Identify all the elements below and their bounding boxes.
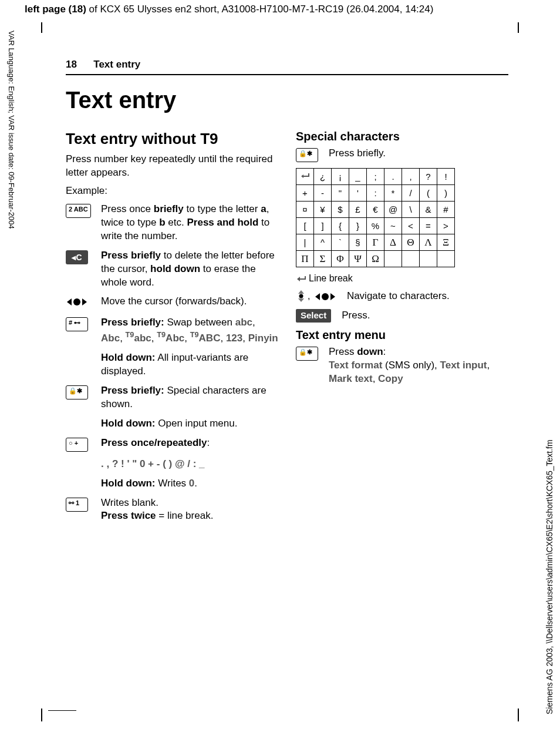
char-cell: ¥ <box>314 202 332 218</box>
key-row: Hold down: All input-variants are displa… <box>66 351 278 378</box>
left-right-icon <box>314 291 336 303</box>
char-cell <box>437 251 455 267</box>
char-cell: " <box>332 185 349 202</box>
svg-point-7 <box>322 293 329 300</box>
char-cell: * <box>384 185 402 202</box>
header-rest: of KCX 65 Ulysses en2 short, A31008-H710… <box>86 4 434 15</box>
char-cell: ( <box>420 185 437 202</box>
keycap-icon: # ⊷ <box>66 317 88 331</box>
char-cell: $ <box>332 202 349 218</box>
char-cell: @ <box>384 202 402 218</box>
char-cell <box>402 251 420 267</box>
char-cell: [ <box>296 218 314 234</box>
row-star-brief: 🔒✱ Press briefly. <box>296 147 508 162</box>
key-row: ○ +Press once/repeatedly: <box>66 436 278 452</box>
key-description: Press briefly: Swap between abc, Abc, T9… <box>101 316 278 345</box>
svg-marker-0 <box>67 298 72 305</box>
crop-mark <box>518 709 519 721</box>
char-cell: Δ <box>384 234 402 251</box>
star-key-icon: 🔒✱ <box>296 148 318 162</box>
char-cell <box>384 251 402 267</box>
char-cell: ' <box>349 185 367 202</box>
key-row: . , ? ! ' " 0 + - ( ) @ / : _ <box>66 458 278 471</box>
key-row: Hold down: Open input menu. <box>66 417 278 431</box>
running-title: Text entry <box>93 59 140 70</box>
side-text-right: Siemens AG 2003, \\Dellserver\users\admi… <box>545 338 554 714</box>
svg-marker-6 <box>315 293 320 300</box>
h3-special-chars: Special characters <box>296 130 508 143</box>
char-cell: Θ <box>402 234 420 251</box>
crop-mark <box>518 22 519 33</box>
char-cell: ^ <box>314 234 332 251</box>
keycap-icon: 2 ABC <box>66 204 91 218</box>
return-icon <box>296 273 306 284</box>
char-cell: Φ <box>332 251 349 267</box>
char-cell: Ω <box>367 251 384 267</box>
char-cell: ; <box>367 169 384 185</box>
columns: Text entry without T9 Press number key r… <box>66 130 508 529</box>
press-briefly-text: Press briefly. <box>329 147 508 162</box>
char-cell: . <box>384 169 402 185</box>
key-row: Hold down: Writes 0. <box>66 477 278 491</box>
char-cell: Σ <box>314 251 332 267</box>
char-cell: ~ <box>384 218 402 234</box>
char-cell: + <box>296 185 314 202</box>
char-cell: Ψ <box>349 251 367 267</box>
svg-marker-5 <box>298 298 304 302</box>
star-key-icon: 🔒✱ <box>296 347 318 361</box>
char-cell: = <box>420 218 437 234</box>
line-break-label: Line break <box>309 273 353 284</box>
svg-marker-2 <box>82 298 87 305</box>
crop-mark <box>41 22 52 33</box>
char-cell: % <box>367 218 384 234</box>
key-row: 2 ABCPress once briefly to type the lett… <box>66 203 278 243</box>
char-cell: | <box>296 234 314 251</box>
page-content: 18 Text entry Text entry Text entry with… <box>66 59 508 709</box>
divider <box>66 74 508 75</box>
char-cell: / <box>402 185 420 202</box>
char-cell: , <box>402 169 420 185</box>
char-cell: ¡ <box>332 169 349 185</box>
key-description: Move the cursor (forwards/back). <box>101 295 278 310</box>
navigate-row: , Navigate to characters. <box>296 290 508 303</box>
svg-marker-8 <box>330 293 335 300</box>
navigate-text: Navigate to characters. <box>347 290 508 303</box>
h3-text-entry-menu: Text entry menu <box>296 328 508 342</box>
menu-items: Text format (SMS only), Text input, Mark… <box>329 360 490 384</box>
key-description: Press once briefly to type the letter a,… <box>101 203 278 243</box>
char-cell: \ <box>402 202 420 218</box>
special-char-table: ¿¡_;.,?!+-"':*/()¤¥$£€@\&#[]{}%~<=>|^`§Γ… <box>296 168 455 267</box>
comma: , <box>308 291 313 301</box>
char-cell: ] <box>314 218 332 234</box>
keycap-icon: 🔒✱ <box>66 385 88 399</box>
char-cell: Ξ <box>437 234 455 251</box>
char-cell <box>420 251 437 267</box>
intro-text: Press number key repeatedly until the re… <box>66 153 278 180</box>
key-description: Hold down: Open input menu. <box>101 417 278 431</box>
char-cell: & <box>420 202 437 218</box>
char-cell: } <box>349 218 367 234</box>
char-cell: < <box>402 218 420 234</box>
char-cell: ¿ <box>314 169 332 185</box>
select-softkey: Select <box>296 309 331 323</box>
menu-press: Press down: <box>329 346 386 357</box>
char-cell: ? <box>420 169 437 185</box>
select-row: Select Press. <box>296 309 508 323</box>
example-label: Example: <box>66 184 278 198</box>
char-cell: Λ <box>420 234 437 251</box>
char-cell: ¤ <box>296 202 314 218</box>
svg-marker-3 <box>298 290 304 294</box>
char-cell: Γ <box>367 234 384 251</box>
header-bold: left page (18) <box>25 4 86 15</box>
svg-point-1 <box>73 298 80 305</box>
select-press-text: Press. <box>342 309 508 323</box>
char-cell: : <box>367 185 384 202</box>
keycap-icon: ○ + <box>66 438 88 452</box>
key-row: Move the cursor (forwards/back). <box>66 295 278 310</box>
key-row: 🔒✱Press briefly: Special characters are … <box>66 384 278 411</box>
char-cell: > <box>437 218 455 234</box>
clear-key-icon: ◂C <box>66 250 88 264</box>
char-cell: ` <box>332 234 349 251</box>
crop-mark <box>48 710 76 711</box>
key-row: ◂CPress briefly to delete the letter bef… <box>66 249 278 290</box>
